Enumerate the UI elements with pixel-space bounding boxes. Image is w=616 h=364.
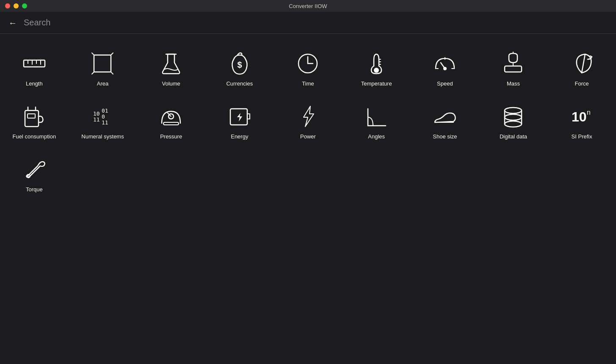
category-numeral[interactable]: 10 11 01 0 11 Numeral systems [69,95,137,148]
category-si[interactable]: 10 n SI Prefix [547,95,616,148]
search-bar: ← [0,12,616,34]
category-angles[interactable]: Angles [342,95,411,148]
force-icon [569,51,594,76]
digital-label: Digital data [500,133,527,140]
si-icon: 10 n [569,104,594,129]
category-grid: Length Area Volume [0,34,616,210]
length-label: Length [26,80,43,87]
svg-rect-5 [94,55,111,72]
mass-label: Mass [507,80,520,87]
ruler-icon [22,51,47,76]
back-button[interactable]: ← [8,19,17,27]
window-title: Converter IIOW [289,3,327,9]
clock-icon [295,51,320,76]
svg-point-49 [505,114,522,120]
shoe-icon [432,104,458,129]
gauge-icon [158,104,184,129]
database-icon [500,104,526,129]
svg-line-8 [92,72,94,74]
category-area[interactable]: Area [69,42,137,95]
money-bag-icon: $ [227,51,252,76]
category-time[interactable]: Time [274,42,343,95]
scale-icon [500,51,526,76]
area-label: Area [97,80,108,87]
speed-label: Speed [437,80,453,87]
power-label: Power [300,133,316,140]
svg-point-15 [374,68,379,73]
shoe-label: Shoe size [433,133,457,140]
svg-point-52 [505,121,522,127]
svg-text:10: 10 [572,109,587,124]
svg-text:0: 0 [102,113,105,120]
category-digital[interactable]: Digital data [479,95,548,148]
window-controls [5,3,27,8]
svg-rect-0 [24,60,45,67]
angles-label: Angles [368,133,385,140]
category-temperature[interactable]: Temperature [342,42,411,95]
lightning-icon [295,104,320,129]
category-length[interactable]: Length [0,42,69,95]
category-mass[interactable]: Mass [479,42,548,95]
time-label: Time [302,80,314,87]
svg-text:10: 10 [93,110,100,117]
svg-line-6 [92,53,94,55]
energy-label: Energy [231,133,248,140]
search-input[interactable] [24,18,608,28]
flask-icon [158,51,184,76]
svg-point-20 [444,67,446,70]
wrench-icon [22,157,47,182]
fuel-icon [22,104,47,129]
minimize-button[interactable] [14,3,19,8]
svg-text:n: n [587,109,591,116]
temperature-label: Temperature [361,80,392,87]
close-button[interactable] [5,3,10,8]
pressure-label: Pressure [160,133,182,140]
category-currencies[interactable]: $ Currencies [205,42,274,95]
svg-text:11: 11 [93,116,100,123]
category-torque[interactable]: Torque [0,148,69,201]
svg-text:01: 01 [102,108,108,114]
currencies-label: Currencies [226,80,253,87]
fuel-label: Fuel consumption [13,133,56,140]
si-label: SI Prefix [572,133,592,140]
svg-rect-30 [28,114,35,118]
maximize-button[interactable] [22,3,27,8]
numeral-label: Numeral systems [81,133,124,140]
svg-text:11: 11 [102,119,108,126]
binary-icon: 10 11 01 0 11 [90,104,115,129]
category-energy[interactable]: Energy [205,95,274,148]
svg-line-7 [111,53,113,55]
area-icon [90,51,115,76]
torque-label: Torque [26,186,43,193]
svg-rect-25 [505,66,522,72]
svg-text:$: $ [237,60,242,69]
category-pressure[interactable]: Pressure [137,95,205,148]
title-bar: Converter IIOW [0,0,616,12]
category-power[interactable]: Power [274,95,343,148]
category-shoe[interactable]: Shoe size [411,95,479,148]
angle-icon [364,104,389,129]
svg-point-46 [505,108,522,113]
battery-icon [227,104,252,129]
category-force[interactable]: Force [547,42,616,95]
category-volume[interactable]: Volume [137,42,205,95]
speedometer-icon [432,51,458,76]
volume-label: Volume [162,80,180,87]
category-fuel[interactable]: Fuel consumption [0,95,69,148]
category-speed[interactable]: Speed [411,42,479,95]
svg-rect-38 [163,122,179,125]
thermometer-icon [364,51,389,76]
force-label: Force [575,80,589,87]
svg-line-9 [111,72,113,74]
